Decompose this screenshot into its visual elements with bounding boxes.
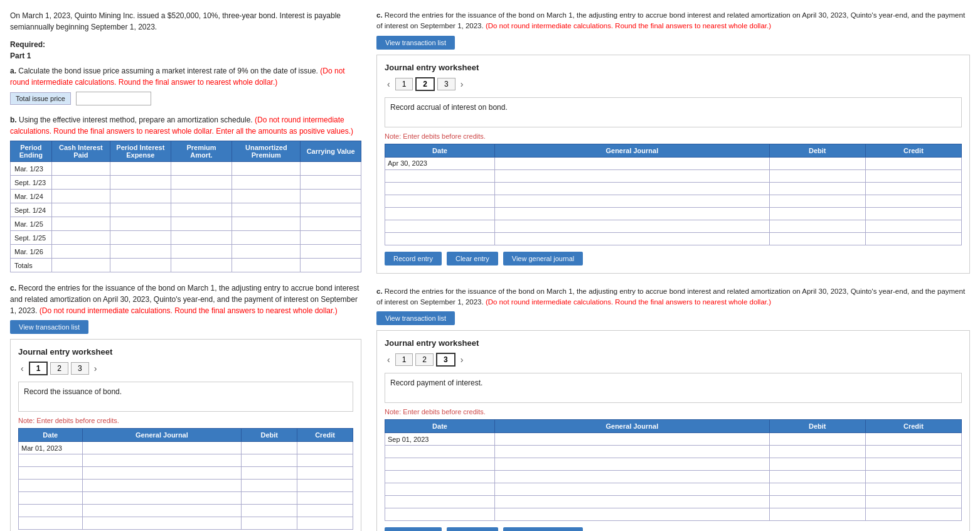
- left-journal-tbody-credit-input-4[interactable]: [300, 495, 350, 502]
- left-journal-tbody-credit-6[interactable]: [297, 517, 353, 530]
- right-top-journal-tbody-credit-0[interactable]: [865, 157, 961, 169]
- right-bottom-view-transaction-btn[interactable]: View transaction list: [376, 311, 455, 325]
- left-journal-tbody-credit-2[interactable]: [297, 467, 353, 480]
- right-bottom-journal-tbody-credit-2[interactable]: [865, 458, 961, 471]
- amort-input-3-1[interactable]: [114, 206, 167, 214]
- right-bottom-journal-tbody-debit-input-4[interactable]: [772, 486, 863, 493]
- amort-input-4-3[interactable]: [236, 220, 296, 228]
- right-top-journal-tbody-debit-input-5[interactable]: [772, 222, 863, 230]
- right-top-journal-tbody-credit-input-1[interactable]: [868, 172, 959, 180]
- amort-cell-3-1[interactable]: [110, 203, 171, 217]
- amort-cell-4-4[interactable]: [301, 217, 361, 231]
- right-top-view-transaction-btn[interactable]: View transaction list: [376, 36, 455, 50]
- left-journal-tbody-credit-4[interactable]: [297, 492, 353, 505]
- right-bottom-tab-next-arrow[interactable]: ›: [458, 355, 466, 365]
- right-bottom-journal-tbody-credit-input-2[interactable]: [868, 461, 959, 468]
- left-tab-prev-arrow[interactable]: ‹: [18, 363, 26, 373]
- right-top-journal-tbody-debit-3[interactable]: [769, 195, 865, 207]
- left-journal-tbody-gj-6[interactable]: [82, 517, 242, 530]
- right-top-journal-tbody-credit-5[interactable]: [865, 220, 961, 232]
- right-bottom-journal-tbody-gj-0[interactable]: [495, 433, 770, 446]
- amort-input-7-3[interactable]: [236, 262, 296, 269]
- amort-input-2-1[interactable]: [114, 193, 167, 200]
- right-bottom-record-btn[interactable]: Record entry: [385, 527, 442, 531]
- left-journal-tbody-gj-input-0[interactable]: [85, 444, 239, 452]
- right-top-journal-tbody-debit-0[interactable]: [769, 157, 865, 169]
- right-bottom-journal-tbody-debit-2[interactable]: [769, 458, 865, 471]
- amort-cell-3-4[interactable]: [301, 203, 361, 217]
- right-bottom-journal-tbody-gj-1[interactable]: [495, 446, 770, 458]
- right-bottom-journal-tbody-gj-4[interactable]: [495, 483, 770, 496]
- right-top-journal-tbody-credit-3[interactable]: [865, 195, 961, 207]
- right-top-journal-tbody-credit-4[interactable]: [865, 207, 961, 220]
- amort-cell-1-3[interactable]: [232, 176, 301, 190]
- amort-input-7-1[interactable]: [114, 262, 167, 269]
- right-top-journal-tbody-gj-2[interactable]: [495, 182, 770, 195]
- left-journal-tbody-credit-input-1[interactable]: [300, 457, 350, 464]
- amort-input-7-0[interactable]: [56, 262, 106, 269]
- right-top-journal-tbody-gj-input-5[interactable]: [498, 222, 767, 230]
- amort-input-5-1[interactable]: [114, 234, 167, 242]
- right-bottom-journal-tbody-gj-input-4[interactable]: [498, 486, 767, 493]
- right-top-journal-tbody-gj-0[interactable]: [495, 157, 770, 169]
- amort-cell-6-3[interactable]: [232, 245, 301, 259]
- right-bottom-journal-tbody-credit-input-1[interactable]: [868, 448, 959, 456]
- right-bottom-journal-tbody-credit-1[interactable]: [865, 446, 961, 458]
- right-bottom-journal-tbody-debit-6[interactable]: [769, 508, 865, 521]
- right-top-tab-1[interactable]: 1: [395, 78, 413, 90]
- right-top-journal-tbody-gj-input-3[interactable]: [498, 197, 767, 205]
- amort-input-6-1[interactable]: [114, 248, 167, 255]
- right-top-journal-tbody-gj-4[interactable]: [495, 207, 770, 220]
- right-top-journal-tbody-gj-input-0[interactable]: [498, 159, 767, 167]
- right-bottom-journal-tbody-credit-input-5[interactable]: [868, 498, 959, 506]
- right-top-journal-tbody-debit-input-2[interactable]: [772, 185, 863, 192]
- amort-input-2-0[interactable]: [56, 193, 106, 200]
- left-journal-tbody-debit-3[interactable]: [242, 480, 297, 492]
- amort-input-5-4[interactable]: [304, 234, 357, 242]
- right-top-journal-tbody-gj-1[interactable]: [495, 169, 770, 182]
- amort-cell-3-0[interactable]: [51, 203, 110, 217]
- left-journal-tbody-gj-input-4[interactable]: [85, 495, 239, 502]
- amort-input-6-0[interactable]: [56, 248, 106, 255]
- right-top-record-btn[interactable]: Record entry: [385, 252, 442, 266]
- left-journal-tbody-gj-input-5[interactable]: [85, 507, 239, 515]
- right-bottom-tab-2[interactable]: 2: [415, 353, 434, 366]
- right-bottom-journal-tbody-credit-input-0[interactable]: [868, 436, 959, 443]
- amort-input-1-3[interactable]: [236, 179, 296, 186]
- right-top-journal-tbody-credit-input-4[interactable]: [868, 210, 959, 217]
- right-top-journal-tbody-debit-1[interactable]: [769, 169, 865, 182]
- left-journal-tbody-credit-input-0[interactable]: [300, 444, 350, 452]
- amort-cell-5-1[interactable]: [110, 231, 171, 245]
- amort-cell-1-2[interactable]: [171, 176, 232, 190]
- right-bottom-journal-tbody-debit-5[interactable]: [769, 496, 865, 508]
- right-top-journal-tbody-gj-3[interactable]: [495, 195, 770, 207]
- amort-cell-4-2[interactable]: [171, 217, 232, 231]
- amort-cell-5-2[interactable]: [171, 231, 232, 245]
- left-journal-tbody-gj-0[interactable]: [82, 442, 242, 454]
- left-journal-tbody-debit-input-2[interactable]: [244, 469, 294, 477]
- left-journal-tbody-credit-input-2[interactable]: [300, 469, 350, 477]
- right-bottom-journal-tbody-debit-0[interactable]: [769, 433, 865, 446]
- right-top-journal-tbody-credit-2[interactable]: [865, 182, 961, 195]
- amort-cell-7-3[interactable]: [232, 259, 301, 272]
- amort-cell-0-3[interactable]: [232, 162, 301, 176]
- left-journal-tbody-credit-1[interactable]: [297, 454, 353, 467]
- right-bottom-journal-tbody-gj-5[interactable]: [495, 496, 770, 508]
- right-bottom-tab-3[interactable]: 3: [436, 353, 455, 367]
- total-issue-price-label-btn[interactable]: Total issue price: [10, 92, 71, 105]
- right-top-tab-next-arrow[interactable]: ›: [458, 79, 466, 89]
- left-journal-tbody-credit-input-5[interactable]: [300, 507, 350, 515]
- amort-input-2-3[interactable]: [236, 193, 296, 200]
- left-journal-tbody-gj-input-1[interactable]: [85, 457, 239, 464]
- amort-input-7-4[interactable]: [304, 262, 357, 269]
- right-bottom-journal-tbody-gj-input-5[interactable]: [498, 498, 767, 506]
- amort-input-1-2[interactable]: [175, 179, 228, 186]
- right-top-journal-tbody-debit-input-4[interactable]: [772, 210, 863, 217]
- left-journal-tbody-credit-5[interactable]: [297, 505, 353, 517]
- amort-input-3-0[interactable]: [56, 206, 106, 214]
- amort-input-6-2[interactable]: [175, 248, 228, 255]
- amort-input-2-4[interactable]: [304, 193, 357, 200]
- amort-cell-2-1[interactable]: [110, 190, 171, 203]
- right-bottom-journal-tbody-debit-input-3[interactable]: [772, 473, 863, 481]
- left-tab-1[interactable]: 1: [29, 362, 48, 375]
